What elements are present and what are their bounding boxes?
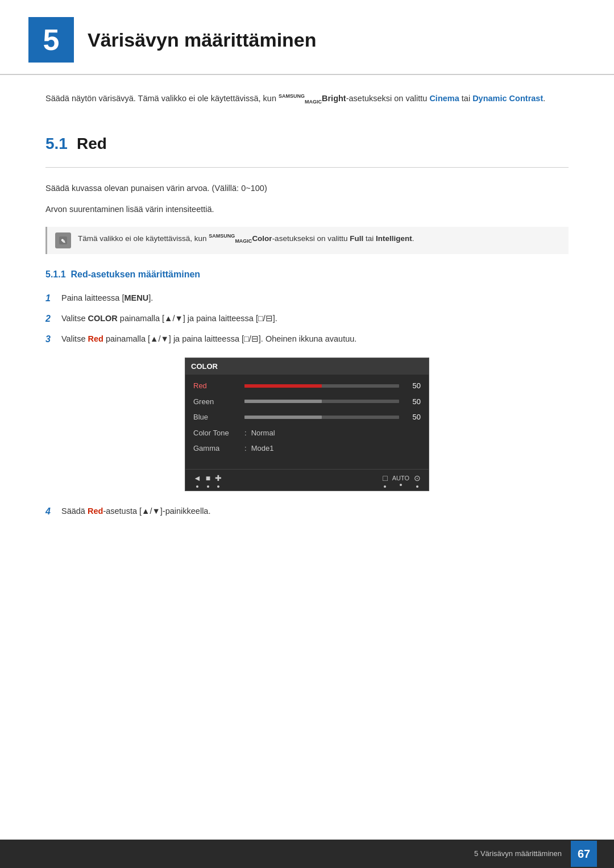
step-item: 3 Valitse Red painamalla [▲/▼] ja paina … (45, 333, 569, 346)
section-51-header: 5.1 Red (45, 126, 569, 156)
steps-list-cont: 4 Säädä Red-asetusta [▲/▼]-painikkeella. (45, 505, 569, 518)
osd-row-red: Red 50 (193, 378, 421, 394)
step-item: 2 Valitse COLOR painamalla [▲/▼] ja pain… (45, 312, 569, 326)
chapter-title: Värisävyn määrittäminen (88, 26, 317, 55)
osd-label-red: Red (193, 380, 244, 392)
osd-screen: COLOR Red 50 Green (185, 358, 429, 491)
step-text-3: Valitse Red painamalla [▲/▼] ja paina la… (61, 333, 356, 346)
section-title-51: Red (77, 132, 107, 156)
step-number-1: 1 (45, 292, 61, 305)
osd-icon-auto: AUTO (392, 474, 409, 487)
note-full-label: Full (350, 234, 363, 242)
page-container: 5 Värisävyn määrittäminen Säädä näytön v… (0, 0, 614, 868)
osd-label-colortone: Color Tone (193, 427, 244, 439)
step-number-4: 4 (45, 505, 61, 518)
step-number-2: 2 (45, 312, 61, 326)
subsection-511-header: 5.1.1 Red-asetuksen määrittäminen (45, 268, 569, 281)
osd-row-blue: Blue 50 (193, 409, 421, 425)
osd-icon-square: ■ (206, 472, 210, 488)
chapter-header: 5 Värisävyn määrittäminen (0, 0, 614, 75)
step-text-4: Säädä Red-asetusta [▲/▼]-painikkeella. (61, 505, 210, 518)
step-text-2: Valitse COLOR painamalla [▲/▼] ja paina … (61, 312, 277, 325)
section-desc2: Arvon suurentaminen lisää värin intensit… (45, 202, 569, 217)
osd-slider-red (244, 384, 399, 388)
osd-slider-green (244, 400, 399, 403)
red-label-step3: Red (88, 334, 103, 343)
osd-row-gamma: Gamma : Mode1 (193, 441, 421, 456)
step-item: 1 Paina laitteessa [MENU]. (45, 292, 569, 305)
section-number-51: 5.1 (45, 132, 68, 156)
content-area: Säädä näytön värisävyä. Tämä valikko ei … (0, 92, 614, 518)
osd-bottom-bar: ◄ ■ ✚ □ (185, 469, 429, 491)
osd-value-green: 50 (404, 396, 421, 408)
osd-icon-power: ⊙ (414, 472, 421, 488)
osd-row-green: Green 50 (193, 394, 421, 410)
osd-label-blue: Blue (193, 412, 244, 423)
note-color-label: Color (252, 234, 272, 242)
osd-row-colortone: Color Tone : Normal (193, 425, 421, 441)
red-label-step4: Red (88, 506, 103, 516)
osd-fill-red (244, 384, 322, 388)
dynamic-contrast-link: Dynamic Contrast (472, 94, 543, 103)
osd-track-green (244, 400, 399, 403)
osd-track-red (244, 384, 399, 388)
osd-slider-blue (244, 416, 399, 419)
osd-title: COLOR (185, 358, 429, 375)
note-magic-bottom: MAGIC (235, 238, 252, 244)
step-number-3: 3 (45, 333, 61, 346)
osd-bottom-icons-right: □ AUTO ⊙ (383, 472, 421, 488)
osd-spacer (193, 456, 421, 464)
note-intelligent-label: Intelligent (376, 234, 412, 242)
chapter-number: 5 (28, 17, 74, 63)
bright-label: Bright (322, 94, 346, 103)
menu-label: MENU (124, 293, 148, 302)
note-box: ✎ Tämä valikko ei ole käytettävissä, kun… (45, 227, 569, 254)
section-divider (45, 167, 569, 168)
osd-value-red: 50 (404, 380, 421, 392)
svg-text:✎: ✎ (61, 238, 65, 244)
page-number: 67 (571, 841, 597, 867)
osd-fill-blue (244, 416, 322, 419)
brand-samsung-top: SAMSUNG (279, 93, 305, 99)
osd-label-green: Green (193, 396, 244, 408)
cinema-link: Cinema (429, 94, 459, 103)
note-brand-top: SAMSUNG (209, 233, 235, 239)
footer-text: 5 Värisävyn määrittäminen (474, 848, 562, 859)
osd-content: Red 50 Green (185, 375, 429, 469)
note-text: Tämä valikko ei ole käytettävissä, kun S… (78, 232, 414, 246)
note-icon: ✎ (55, 232, 71, 248)
osd-bottom-icons: ◄ ■ ✚ (193, 472, 222, 488)
osd-container: COLOR Red 50 Green (45, 358, 569, 491)
page-footer: 5 Värisävyn määrittäminen 67 (0, 840, 614, 868)
osd-icon-left: ◄ (193, 472, 201, 488)
osd-value-colortone: Normal (251, 427, 275, 439)
color-label: COLOR (88, 314, 117, 323)
step-text-1: Paina laitteessa [MENU]. (61, 292, 153, 305)
steps-list: 1 Paina laitteessa [MENU]. 2 Valitse COL… (45, 292, 569, 346)
osd-icon-plus: ✚ (215, 472, 222, 488)
osd-fill-green (244, 400, 322, 403)
osd-icon-monitor: □ (383, 472, 387, 488)
chapter-intro: Säädä näytön värisävyä. Tämä valikko ei … (45, 92, 569, 106)
osd-track-blue (244, 416, 399, 419)
section-desc1: Säädä kuvassa olevan punaisen värin arvo… (45, 181, 569, 196)
osd-value-blue: 50 (404, 412, 421, 423)
brand-magic-bottom: MAGIC (305, 99, 322, 105)
osd-value-gamma: Mode1 (251, 443, 274, 454)
osd-label-gamma: Gamma (193, 443, 244, 454)
pencil-icon: ✎ (58, 235, 68, 246)
step-item-4: 4 Säädä Red-asetusta [▲/▼]-painikkeella. (45, 505, 569, 518)
